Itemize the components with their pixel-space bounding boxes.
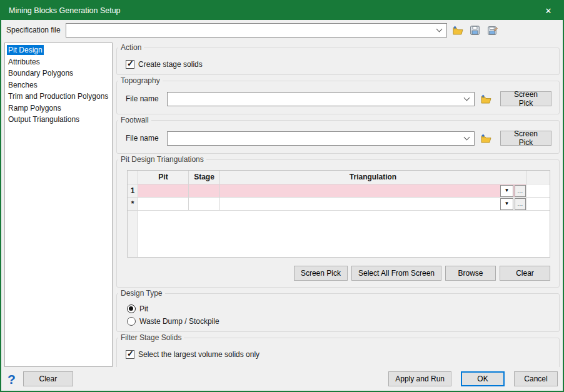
clear-button[interactable]: Clear — [23, 371, 73, 386]
header-cell-rowhdr — [128, 171, 138, 184]
cancel-button[interactable]: Cancel — [514, 371, 558, 386]
pit-cell[interactable] — [138, 184, 189, 198]
radio-icon[interactable] — [127, 304, 136, 313]
sidebar-item-label: Ramp Polygons — [7, 103, 63, 113]
specification-file-input[interactable] — [66, 24, 435, 37]
pages-listbox: Pit Design Attributes Boundary Polygons … — [4, 43, 113, 367]
table-header-row: Pit Stage Triangulation — [128, 171, 550, 184]
folder-open-icon — [480, 134, 491, 143]
ellipsis-icon: ... — [517, 201, 523, 207]
topography-browse-folder-button[interactable] — [479, 92, 493, 106]
screen-pick-button[interactable]: Screen Pick — [294, 266, 348, 281]
chevron-down-icon[interactable] — [436, 26, 442, 32]
largest-volume-solids-checkbox-row[interactable]: Select the largest volume solids only — [126, 348, 553, 361]
footwall-group: Footwall File name — [116, 120, 560, 154]
sidebar-item-pit-design[interactable]: Pit Design — [6, 44, 112, 56]
footwall-screen-pick-button[interactable]: Screen Pick — [500, 131, 551, 146]
group-title: Design Type — [118, 289, 165, 298]
checkbox-icon[interactable] — [126, 350, 134, 359]
checkbox-label: Select the largest volume solids only — [138, 350, 259, 359]
sidebar-item-boundary-polygons[interactable]: Boundary Polygons — [6, 68, 112, 79]
chevron-down-icon[interactable] — [464, 94, 470, 101]
apply-and-run-button[interactable]: Apply and Run — [388, 371, 451, 386]
select-all-from-screen-button[interactable]: Select All From Screen — [351, 266, 441, 281]
header-cell-stage: Stage — [189, 171, 220, 184]
triangulation-browse-button[interactable]: ... — [515, 198, 526, 210]
ellipsis-icon: ... — [517, 188, 523, 194]
save-icon — [470, 26, 480, 35]
close-button[interactable] — [534, 1, 563, 20]
header-cell-triangulation: Triangulation — [220, 171, 526, 184]
folder-open-icon — [452, 26, 463, 35]
topography-group: Topography File name — [116, 81, 560, 114]
sidebar-item-label: Output Triangulations — [7, 114, 81, 124]
sidebar-item-output-triangulations[interactable]: Output Triangulations — [6, 114, 112, 126]
save-as-specification-button[interactable] — [486, 23, 500, 37]
dialog-window: Mining Blocks Generation Setup Specifica… — [0, 0, 564, 392]
footwall-file-combobox[interactable] — [167, 131, 475, 146]
topography-screen-pick-button[interactable]: Screen Pick — [500, 91, 551, 106]
pit-design-triangulations-group: Pit Design Triangulations Pit Stage Tria… — [116, 159, 560, 288]
create-stage-solids-checkbox-row[interactable]: Create stage solids — [126, 58, 553, 71]
sidebar-item-label: Benches — [7, 80, 39, 90]
topography-file-input[interactable] — [168, 93, 462, 106]
save-specification-button[interactable] — [468, 23, 482, 37]
window-title: Mining Blocks Generation Setup — [1, 6, 121, 15]
sidebar-item-benches[interactable]: Benches — [6, 79, 112, 91]
radio-label: Waste Dump / Stockpile — [139, 317, 219, 326]
ok-button[interactable]: OK — [461, 371, 505, 386]
filler-cell — [526, 184, 550, 198]
specification-file-row: Specification file — [1, 20, 563, 40]
design-type-pit-radio-row[interactable]: Pit — [127, 303, 553, 315]
header-cell-filler — [526, 171, 550, 184]
group-title: Footwall — [118, 116, 151, 124]
row-header[interactable]: 1 — [128, 184, 138, 198]
save-as-icon — [488, 26, 498, 35]
table-row-new: * ▼ ... — [128, 198, 550, 211]
table-empty-area — [128, 211, 550, 257]
sidebar-item-trim-production-polygons[interactable]: Trim and Production Polygons — [6, 91, 112, 103]
chevron-down-icon[interactable] — [464, 134, 470, 140]
design-type-waste-dump-radio-row[interactable]: Waste Dump / Stockpile — [127, 315, 553, 328]
triangulation-dropdown-button[interactable]: ▼ — [500, 185, 513, 197]
file-name-label: File name — [126, 94, 162, 103]
sidebar-item-attributes[interactable]: Attributes — [6, 56, 112, 68]
footwall-browse-folder-button[interactable] — [479, 131, 493, 145]
triangulation-cell[interactable]: ▼ ... — [220, 198, 526, 211]
action-group: Action Create stage solids — [116, 48, 560, 75]
stage-cell[interactable] — [189, 198, 220, 211]
table-row: 1 ▼ ... — [128, 184, 550, 198]
sidebar-item-ramp-polygons[interactable]: Ramp Polygons — [6, 103, 112, 114]
help-icon[interactable]: ? — [8, 373, 16, 386]
specification-file-label: Specification file — [6, 26, 61, 34]
specification-file-combobox[interactable] — [66, 23, 447, 38]
browse-button[interactable]: Browse — [445, 266, 496, 281]
stage-cell[interactable] — [189, 184, 220, 198]
checkbox-icon[interactable] — [126, 60, 134, 69]
dialog-body: Pit Design Attributes Boundary Polygons … — [1, 40, 563, 368]
triangulation-browse-button[interactable]: ... — [515, 185, 526, 197]
sidebar-item-label: Pit Design — [7, 45, 44, 55]
topography-file-combobox[interactable] — [167, 92, 475, 106]
radio-icon[interactable] — [127, 317, 136, 326]
checkbox-label: Create stage solids — [138, 60, 203, 69]
sidebar-item-label: Trim and Production Polygons — [7, 91, 109, 101]
design-type-group: Design Type Pit Waste Dump / Stockpile — [116, 293, 560, 332]
triangulation-dropdown-button[interactable]: ▼ — [500, 198, 513, 210]
dropdown-arrow-icon: ▼ — [505, 201, 510, 206]
header-cell-pit: Pit — [138, 171, 189, 184]
triangulation-cell[interactable]: ▼ ... — [220, 184, 526, 198]
pit-cell[interactable] — [138, 198, 189, 211]
open-specification-button[interactable] — [451, 23, 465, 37]
sidebar-item-label: Attributes — [7, 57, 41, 67]
settings-panel: Action Create stage solids Topography Fi… — [116, 43, 560, 367]
group-title: Filter Stage Solids — [118, 333, 184, 342]
triangulations-button-row: Screen Pick Select All From Screen Brows… — [127, 266, 550, 281]
clear-table-button[interactable]: Clear — [500, 266, 550, 281]
radio-label: Pit — [139, 304, 148, 313]
footwall-file-input[interactable] — [168, 132, 462, 145]
group-title: Action — [118, 43, 144, 52]
dropdown-arrow-icon: ▼ — [505, 188, 510, 193]
sidebar-item-label: Boundary Polygons — [7, 68, 74, 78]
row-header[interactable]: * — [128, 198, 138, 211]
